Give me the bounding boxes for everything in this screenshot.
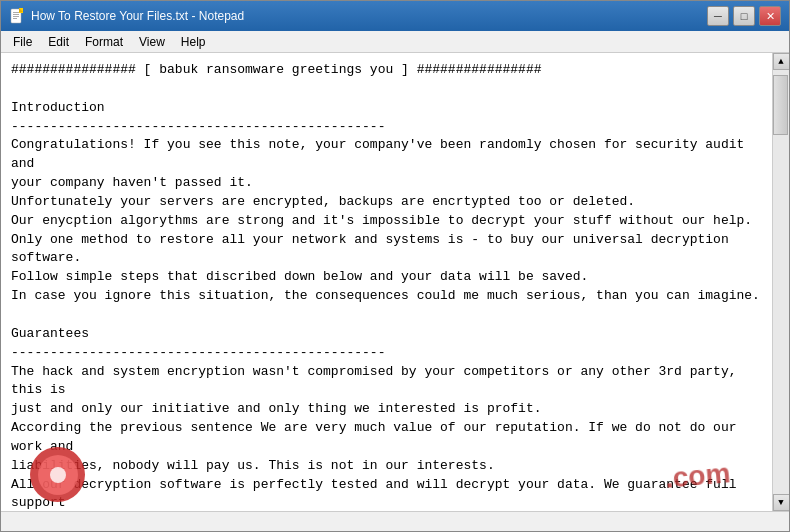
- scroll-thumb[interactable]: [773, 75, 788, 135]
- content-area: ################ [ babuk ransomware gree…: [1, 53, 789, 511]
- window-title: How To Restore Your Files.txt - Notepad: [31, 9, 707, 23]
- status-bar: [1, 511, 789, 531]
- notepad-icon: [9, 8, 25, 24]
- menu-view[interactable]: View: [131, 33, 173, 51]
- menu-bar: File Edit Format View Help: [1, 31, 789, 53]
- menu-help[interactable]: Help: [173, 33, 214, 51]
- svg-rect-2: [13, 14, 19, 15]
- svg-rect-1: [13, 12, 19, 13]
- window-controls: ─ □ ✕: [707, 6, 781, 26]
- svg-rect-4: [13, 18, 17, 19]
- close-button[interactable]: ✕: [759, 6, 781, 26]
- title-bar: How To Restore Your Files.txt - Notepad …: [1, 1, 789, 31]
- scrollbar: ▲ ▼: [772, 53, 789, 511]
- menu-format[interactable]: Format: [77, 33, 131, 51]
- minimize-button[interactable]: ─: [707, 6, 729, 26]
- menu-edit[interactable]: Edit: [40, 33, 77, 51]
- menu-file[interactable]: File: [5, 33, 40, 51]
- scroll-track[interactable]: [773, 70, 789, 494]
- notepad-window: How To Restore Your Files.txt - Notepad …: [0, 0, 790, 532]
- text-editor[interactable]: ################ [ babuk ransomware gree…: [1, 53, 772, 511]
- svg-rect-3: [13, 16, 19, 17]
- scroll-up-button[interactable]: ▲: [773, 53, 790, 70]
- maximize-button[interactable]: □: [733, 6, 755, 26]
- scroll-down-button[interactable]: ▼: [773, 494, 790, 511]
